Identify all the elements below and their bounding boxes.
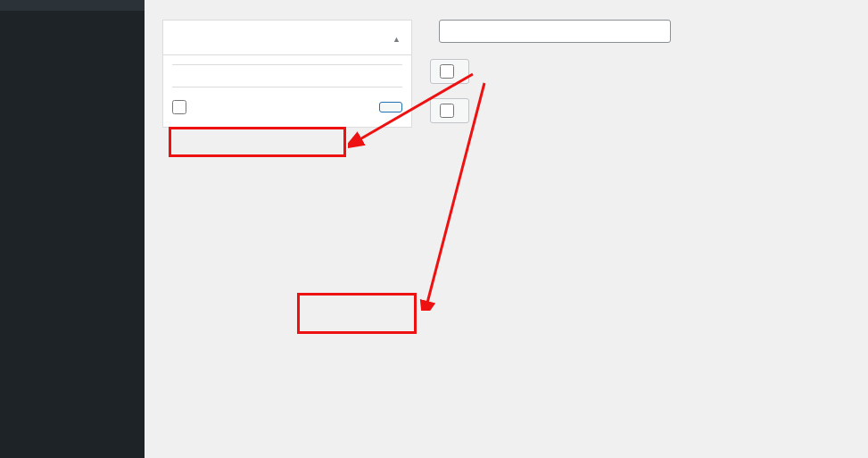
chevron-up-icon [393,30,401,45]
main-content [145,0,868,136]
menu-structure-column [430,9,850,127]
add-menu-items-column [162,9,412,127]
bulk-select-checkbox[interactable] [440,64,454,79]
bulk-select-bottom[interactable] [430,98,469,123]
pages-accordion-header[interactable] [163,21,411,55]
add-to-menu-button[interactable] [379,102,402,112]
pages-tabs [172,64,402,65]
select-all-checkbox[interactable] [172,100,186,114]
select-all-row[interactable] [172,96,192,118]
menu-name-input[interactable] [439,20,671,43]
bulk-select-checkbox-2[interactable] [440,104,454,118]
bulk-select-top[interactable] [430,59,469,84]
pages-accordion [162,20,412,128]
highlight-box-2 [297,293,417,334]
admin-sidebar [0,0,145,458]
